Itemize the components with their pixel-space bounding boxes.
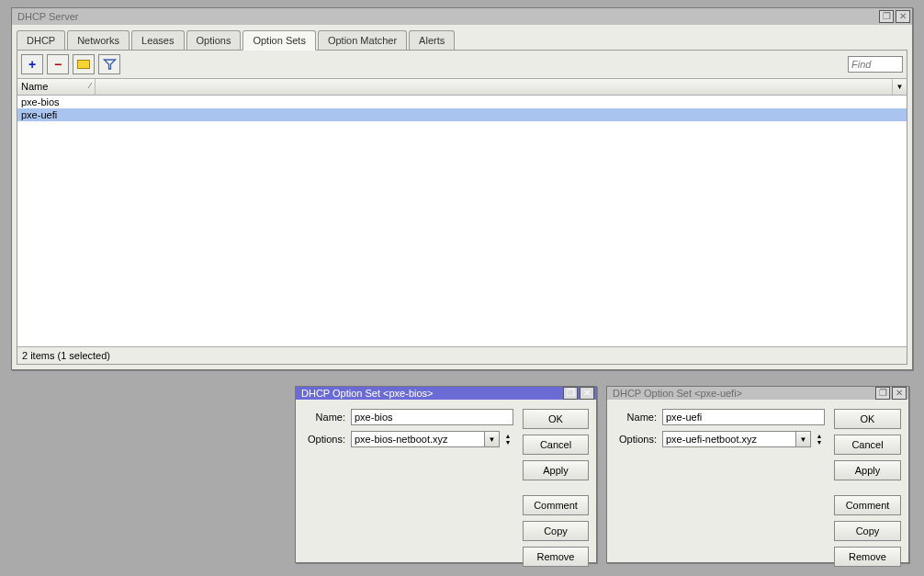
spinner-up-icon[interactable]: ▲: [502, 433, 513, 439]
name-field[interactable]: [662, 409, 825, 425]
remove-button[interactable]: −: [47, 54, 69, 74]
close-icon[interactable]: ✕: [896, 10, 910, 23]
close-icon[interactable]: ✕: [580, 387, 594, 400]
main-content: DHCPNetworksLeasesOptionsOption SetsOpti…: [12, 25, 912, 369]
options-field[interactable]: [351, 431, 485, 447]
tab-strip: DHCPNetworksLeasesOptionsOption SetsOpti…: [14, 27, 910, 50]
dialog2-body: Name: Options: ▼ ▲ ▼ OK Cancel Apply Com…: [607, 400, 908, 576]
name-label: Name:: [614, 412, 662, 423]
dialog2-buttons: OK Cancel Apply Comment Copy Remove: [834, 409, 901, 572]
tab-option-matcher[interactable]: Option Matcher: [318, 30, 407, 50]
remove-button[interactable]: Remove: [834, 547, 901, 567]
spinner-down-icon[interactable]: ▼: [502, 439, 513, 446]
tab-networks[interactable]: Networks: [67, 30, 130, 50]
enable-button[interactable]: [73, 54, 95, 74]
grid-body[interactable]: pxe-biospxe-uefi: [17, 96, 907, 347]
comment-button[interactable]: Comment: [523, 495, 589, 515]
apply-button[interactable]: Apply: [523, 460, 589, 480]
copy-button[interactable]: Copy: [523, 521, 589, 541]
add-button[interactable]: +: [21, 54, 43, 74]
filter-button[interactable]: [98, 54, 120, 74]
options-label: Options:: [303, 434, 351, 445]
dialog2-title: DHCP Option Set <pxe-uefi>: [613, 388, 873, 399]
dialog1-buttons: OK Cancel Apply Comment Copy Remove: [523, 409, 589, 572]
remove-button[interactable]: Remove: [523, 547, 589, 567]
options-label: Options:: [614, 434, 662, 445]
restore-icon[interactable]: ❐: [563, 387, 578, 400]
dialog-pxe-bios: DHCP Option Set <pxe-bios> ❐ ✕ Name: Opt…: [295, 386, 597, 563]
sort-indicator-icon: ∕: [89, 81, 91, 90]
funnel-icon: [103, 59, 117, 70]
comment-button[interactable]: Comment: [834, 495, 901, 515]
main-titlebar[interactable]: DHCP Server ❐ ✕: [12, 8, 912, 25]
name-field[interactable]: [351, 409, 513, 425]
ok-button[interactable]: OK: [523, 409, 589, 429]
close-icon[interactable]: ✕: [892, 387, 907, 400]
tab-option-sets[interactable]: Option Sets: [242, 30, 315, 51]
options-spinner[interactable]: ▲ ▼: [814, 433, 825, 446]
dialog1-titlebar[interactable]: DHCP Option Set <pxe-bios> ❐ ✕: [296, 387, 596, 400]
table-row[interactable]: pxe-bios: [17, 96, 907, 108]
note-icon: [77, 60, 90, 69]
apply-button[interactable]: Apply: [834, 460, 901, 480]
column-header-fill[interactable]: [96, 79, 892, 95]
dialog2-titlebar[interactable]: DHCP Option Set <pxe-uefi> ❐ ✕: [607, 387, 908, 400]
cancel-button[interactable]: Cancel: [523, 435, 589, 455]
spinner-up-icon[interactable]: ▲: [814, 433, 825, 439]
tab-leases[interactable]: Leases: [131, 30, 184, 50]
dialog2-form: Name: Options: ▼ ▲ ▼: [614, 409, 825, 572]
find-input[interactable]: [848, 56, 903, 73]
table-row[interactable]: pxe-uefi: [17, 108, 907, 121]
tab-options[interactable]: Options: [186, 30, 242, 50]
tab-dhcp[interactable]: DHCP: [17, 30, 65, 50]
options-spinner[interactable]: ▲ ▼: [502, 433, 513, 446]
column-header-name[interactable]: Name ∕: [17, 79, 96, 95]
options-dropdown-button[interactable]: ▼: [796, 431, 811, 447]
restore-icon[interactable]: ❐: [879, 10, 894, 23]
dialog-pxe-uefi: DHCP Option Set <pxe-uefi> ❐ ✕ Name: Opt…: [606, 386, 909, 563]
main-title: DHCP Server: [17, 11, 877, 22]
dialog1-title: DHCP Option Set <pxe-bios>: [301, 388, 561, 399]
main-window: DHCP Server ❐ ✕ DHCPNetworksLeasesOption…: [11, 7, 913, 370]
name-label: Name:: [303, 412, 351, 423]
status-bar: 2 items (1 selected): [17, 347, 907, 364]
options-dropdown-button[interactable]: ▼: [485, 431, 500, 447]
ok-button[interactable]: OK: [834, 409, 901, 429]
options-field[interactable]: [662, 431, 796, 447]
column-header-name-label: Name: [21, 81, 48, 92]
dialog1-body: Name: Options: ▼ ▲ ▼ OK Cancel Apply Com…: [296, 400, 596, 576]
cancel-button[interactable]: Cancel: [834, 435, 901, 455]
dialog1-form: Name: Options: ▼ ▲ ▼: [303, 409, 513, 572]
grid-header: Name ∕ ▼: [17, 78, 907, 96]
tab-panel: + − Name ∕ ▼ pxe-biospxe-uefi: [17, 51, 907, 365]
copy-button[interactable]: Copy: [834, 521, 901, 541]
spinner-down-icon[interactable]: ▼: [814, 439, 825, 446]
column-menu-button[interactable]: ▼: [892, 79, 907, 95]
toolbar: + −: [17, 51, 907, 78]
restore-icon[interactable]: ❐: [875, 387, 890, 400]
tab-alerts[interactable]: Alerts: [409, 30, 455, 50]
